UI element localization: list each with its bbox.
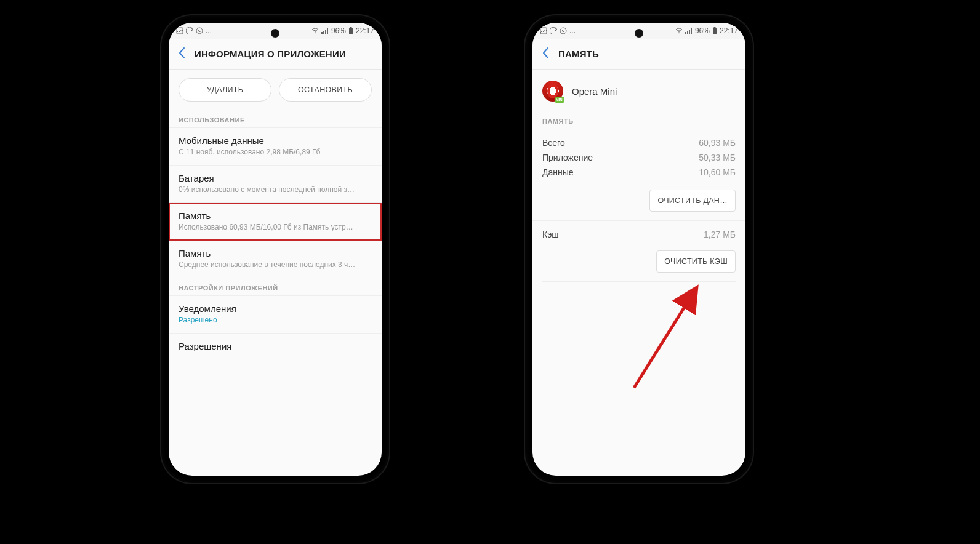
force-stop-button[interactable]: ОСТАНОВИТЬ [279,78,372,102]
row-total-label: Всего [542,138,565,148]
battery-icon [348,27,353,34]
wifi-icon [675,28,683,34]
svg-rect-3 [321,32,323,34]
section-memory-label: ПАМЯТЬ [532,114,745,130]
permissions-item[interactable]: Разрешения [169,334,382,362]
row-total-value: 60,93 МБ [699,138,736,148]
section-app-settings-label: НАСТРОЙКИ ПРИЛОЖЕНИЙ [169,278,382,296]
screen-left: ... 96% 22:17 ИНФОРМАЦИЯ О ПРИЛ [169,23,382,476]
row-app: Приложение 50,33 МБ [532,150,745,165]
screen-right: ... 96% 22:17 ПАМЯТЬ [532,23,745,476]
row-cache-value: 1,27 МБ [704,230,736,239]
svg-rect-7 [349,28,353,34]
storage-sub: Использовано 60,93 МБ/16,00 Гб из Память… [179,223,372,231]
back-icon[interactable] [541,46,550,62]
storage-item[interactable]: Память Использовано 60,93 МБ/16,00 Гб из… [169,203,382,241]
mobile-data-sub: С 11 нояб. использовано 2,98 МБ/6,89 Гб [179,148,372,156]
battery-item[interactable]: Батарея 0% использовано с момента послед… [169,166,382,203]
svg-rect-0 [177,28,183,34]
battery-sub: 0% использовано с момента последней полн… [179,185,372,194]
row-total: Всего 60,93 МБ [532,135,745,150]
clock-time: 22:17 [720,26,738,35]
battery-percent: 96% [331,26,346,35]
back-icon[interactable] [177,46,186,62]
memory-item[interactable]: Память Среднее использование в течение п… [169,241,382,278]
mobile-data-item[interactable]: Мобильные данные С 11 нояб. использовано… [169,128,382,166]
svg-rect-13 [687,31,688,34]
battery-title: Батарея [179,173,372,183]
app-name-label: Opera Mini [572,86,617,97]
picture-icon [540,27,547,34]
svg-rect-17 [713,27,715,28]
screen-header: ИНФОРМАЦИЯ О ПРИЛОЖЕНИИ [169,39,382,70]
svg-point-2 [315,33,316,34]
picture-icon [176,27,183,34]
memory-title: Память [179,248,372,258]
row-data-label: Данные [542,167,574,177]
svg-rect-6 [327,28,328,34]
page-title: ИНФОРМАЦИЯ О ПРИЛОЖЕНИИ [195,49,346,59]
notifications-item[interactable]: Уведомления Разрешено [169,296,382,334]
row-data: Данные 10,60 МБ [532,165,745,180]
phone-frame-left: ... 96% 22:17 ИНФОРМАЦИЯ О ПРИЛ [161,15,389,483]
opera-mini-badge: MINI [555,97,564,103]
row-data-value: 10,60 МБ [699,167,736,177]
page-title: ПАМЯТЬ [558,49,599,59]
wifi-icon [311,28,319,34]
svg-rect-8 [350,27,351,28]
svg-rect-4 [323,31,324,34]
status-more: ... [206,26,212,35]
svg-point-11 [678,33,680,34]
clock-time: 22:17 [356,26,374,35]
row-app-label: Приложение [542,153,593,162]
svg-point-1 [196,28,203,34]
notifications-sub: Разрешено [179,316,372,324]
signal-icon [685,28,693,34]
battery-icon [712,27,717,34]
phone-frame-right: ... 96% 22:17 ПАМЯТЬ [525,15,753,483]
front-camera [271,29,279,38]
memory-stats: Всего 60,93 МБ Приложение 50,33 МБ Данны… [532,130,745,183]
row-app-value: 50,33 МБ [699,153,736,162]
row-cache: Кэш 1,27 МБ [532,220,745,244]
whatsapp-icon [560,27,567,34]
front-camera [635,29,643,38]
mobile-data-title: Мобильные данные [179,135,372,146]
row-cache-label: Кэш [542,230,559,239]
screen-header: ПАМЯТЬ [532,39,745,70]
memory-sub: Среднее использование в течение последни… [179,260,372,269]
opera-mini-icon: MINI [542,81,563,102]
storage-title: Память [179,210,372,221]
clear-data-button[interactable]: ОЧИСТИТЬ ДАН… [649,190,736,212]
svg-rect-12 [685,32,686,34]
action-button-row: УДАЛИТЬ ОСТАНОВИТЬ [169,70,382,110]
section-usage-label: ИСПОЛЬЗОВАНИЕ [169,110,382,128]
app-header-row: MINI Opera Mini [532,70,745,114]
signal-icon [321,28,329,34]
sync-icon [186,27,193,34]
svg-rect-16 [713,28,717,34]
sync-icon [550,27,557,34]
status-more: ... [569,26,576,35]
svg-point-10 [560,28,566,34]
svg-rect-14 [689,30,690,34]
svg-rect-9 [540,28,547,34]
divider [542,281,736,282]
uninstall-button[interactable]: УДАЛИТЬ [179,78,271,102]
battery-percent: 96% [695,26,710,35]
svg-rect-15 [691,28,692,34]
whatsapp-icon [196,27,203,34]
clear-cache-button[interactable]: ОЧИСТИТЬ КЭШ [656,250,736,273]
svg-rect-5 [325,30,326,34]
notifications-title: Уведомления [179,303,372,314]
permissions-title: Разрешения [179,341,372,351]
